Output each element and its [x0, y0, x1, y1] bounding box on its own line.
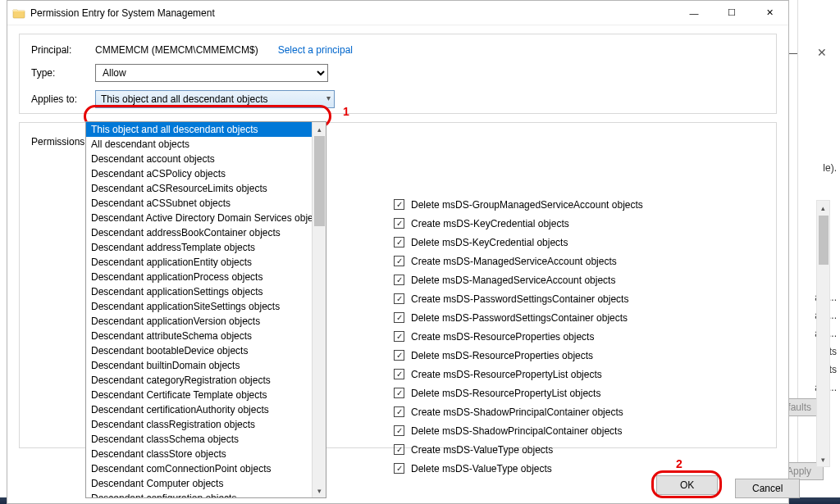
folder-icon: [12, 7, 25, 20]
titlebar: Permission Entry for System Management —…: [7, 1, 788, 25]
permission-item: ✓Delete msDS-ResourcePropertyList object…: [394, 384, 779, 402]
annotation-number-1: 1: [343, 105, 349, 118]
permissions-checkbox-list: ✓Delete msDS-GroupManagedServiceAccount …: [394, 195, 779, 478]
permission-item: ✓Create msDS-PasswordSettingsContainer o…: [394, 289, 779, 308]
maximize-button[interactable]: ☐: [713, 1, 751, 25]
permission-label: Delete msDS-GroupManagedServiceAccount o…: [411, 199, 643, 211]
checkbox[interactable]: ✓: [394, 369, 404, 379]
minimize-button[interactable]: —: [675, 1, 713, 25]
permissions-scrollbar[interactable]: ▴ ▾: [816, 200, 830, 467]
dropdown-option[interactable]: Descendant categoryRegistration objects: [86, 373, 312, 388]
principal-value: CMMEMCM (MEMCM\CMMEMCM$): [95, 44, 258, 56]
checkbox[interactable]: ✓: [394, 237, 404, 247]
dropdown-option[interactable]: Descendant comConnectionPoint objects: [86, 461, 312, 476]
checkbox[interactable]: ✓: [394, 275, 404, 285]
permission-item: ✓Create msDS-ResourcePropertyList object…: [394, 365, 779, 384]
checkbox[interactable]: ✓: [394, 425, 404, 436]
dropdown-option[interactable]: Descendant applicationSettings objects: [86, 284, 312, 299]
permission-label: Delete msDS-ValueType objects: [411, 463, 552, 474]
scroll-thumb[interactable]: [819, 216, 829, 265]
dropdown-option[interactable]: Descendant Certificate Template objects: [86, 388, 312, 402]
permission-label: Create msDS-ResourcePropertyList objects: [411, 369, 602, 380]
checkbox[interactable]: ✓: [394, 463, 404, 474]
dropdown-option[interactable]: Descendant classStore objects: [86, 447, 312, 461]
permission-label: Delete msDS-ManagedServiceAccount object…: [411, 275, 615, 286]
checkbox[interactable]: ✓: [394, 388, 404, 398]
dropdown-option[interactable]: Descendant applicationProcess objects: [86, 270, 312, 284]
checkbox[interactable]: ✓: [394, 350, 404, 361]
permission-label: Delete msDS-KeyCredential objects: [411, 237, 568, 248]
ok-button-wrap: OK: [656, 475, 718, 495]
chevron-down-icon: ▾: [326, 93, 331, 102]
dropdown-option[interactable]: Descendant Computer objects: [86, 476, 312, 491]
window-title: Permission Entry for System Management: [30, 7, 215, 19]
permission-label: Delete msDS-ResourceProperties objects: [411, 350, 593, 361]
checkbox[interactable]: ✓: [394, 293, 404, 304]
window-controls: — ☐ ✕: [675, 1, 788, 25]
dropdown-option[interactable]: Descendant builtinDomain objects: [86, 358, 312, 373]
dropdown-option[interactable]: Descendant applicationEntity objects: [86, 255, 312, 270]
type-label: Type:: [31, 67, 95, 79]
dropdown-option[interactable]: This object and all descendant objects: [86, 122, 312, 137]
dropdown-option[interactable]: Descendant Active Directory Domain Servi…: [86, 211, 312, 225]
checkbox[interactable]: ✓: [394, 256, 404, 266]
dropdown-option[interactable]: Descendant applicationVersion objects: [86, 314, 312, 329]
permission-label: Create msDS-ResourceProperties objects: [411, 331, 594, 343]
permission-label: Create msDS-PasswordSettingsContainer ob…: [411, 293, 628, 305]
permission-item: ✓Create msDS-ValueType objects: [394, 440, 779, 459]
scroll-up-icon[interactable]: ▴: [817, 201, 829, 215]
permissions-label: Permissions:: [31, 136, 88, 148]
scroll-up-icon[interactable]: ▴: [313, 122, 326, 136]
ok-button[interactable]: OK: [656, 475, 718, 495]
applies-to-combobox[interactable]: This object and all descendant objects ▾: [95, 90, 335, 108]
dropdown-option[interactable]: Descendant attributeSchema objects: [86, 329, 312, 343]
principal-label: Principal:: [31, 44, 95, 56]
type-select[interactable]: Allow: [95, 64, 328, 82]
dropdown-option[interactable]: Descendant applicationSiteSettings objec…: [86, 299, 312, 314]
permission-label: Create msDS-KeyCredential objects: [411, 218, 569, 229]
dropdown-scrollbar[interactable]: ▴ ▾: [312, 122, 326, 497]
dropdown-option[interactable]: Descendant configuration objects: [86, 491, 312, 497]
applies-to-dropdown-list[interactable]: This object and all descendant objectsAl…: [85, 121, 326, 498]
dropdown-option[interactable]: Descendant aCSResourceLimits objects: [86, 181, 312, 196]
close-button[interactable]: ✕: [751, 1, 788, 25]
dropdown-option[interactable]: Descendant certificationAuthority object…: [86, 402, 312, 417]
permission-item: ✓Delete msDS-GroupManagedServiceAccount …: [394, 195, 779, 214]
permission-label: Create msDS-ManagedServiceAccount object…: [411, 256, 617, 267]
checkbox[interactable]: ✓: [394, 331, 404, 342]
dropdown-option[interactable]: Descendant classSchema objects: [86, 432, 312, 447]
dropdown-option[interactable]: Descendant aCSPolicy objects: [86, 166, 312, 181]
permission-item: ✓Delete msDS-PasswordSettingsContainer o…: [394, 308, 779, 327]
checkbox[interactable]: ✓: [394, 312, 404, 323]
cancel-button-wrap: Cancel: [735, 479, 800, 498]
dropdown-option[interactable]: Descendant addressTemplate objects: [86, 240, 312, 255]
bg-close-icon: ✕: [817, 46, 827, 59]
scroll-thumb[interactable]: [314, 136, 325, 226]
permission-label: Create msDS-ValueType objects: [411, 444, 553, 456]
permission-item: ✓Create msDS-ShadowPrincipalContainer ob…: [394, 402, 779, 421]
select-principal-link[interactable]: Select a principal: [278, 44, 353, 56]
dropdown-option[interactable]: Descendant account objects: [86, 152, 312, 166]
dropdown-option[interactable]: Descendant addressBookContainer objects: [86, 225, 312, 240]
dropdown-option[interactable]: All descendant objects: [86, 137, 312, 152]
principal-section: Principal: CMMEMCM (MEMCM\CMMEMCM$) Sele…: [19, 34, 777, 114]
permission-item: ✓Create msDS-ResourceProperties objects: [394, 327, 779, 346]
permission-item: ✓Delete msDS-ShadowPrincipalContainer ob…: [394, 421, 779, 440]
dropdown-option[interactable]: Descendant classRegistration objects: [86, 417, 312, 432]
permission-item: ✓Create msDS-ManagedServiceAccount objec…: [394, 252, 779, 270]
permission-item: ✓Delete msDS-KeyCredential objects: [394, 233, 779, 252]
applies-to-value: This object and all descendant objects: [101, 93, 267, 105]
scroll-down-icon[interactable]: ▾: [817, 452, 829, 466]
permission-label: Delete msDS-ResourcePropertyList objects: [411, 388, 600, 399]
checkbox[interactable]: ✓: [394, 406, 404, 417]
permission-item: ✓Delete msDS-ValueType objects: [394, 459, 779, 478]
dropdown-option[interactable]: Descendant aCSSubnet objects: [86, 196, 312, 211]
checkbox[interactable]: ✓: [394, 444, 404, 455]
permission-label: Delete msDS-PasswordSettingsContainer ob…: [411, 312, 628, 324]
dropdown-option[interactable]: Descendant bootableDevice objects: [86, 343, 312, 358]
cancel-button[interactable]: Cancel: [735, 479, 800, 498]
checkbox[interactable]: ✓: [394, 199, 404, 210]
dropdown-items-container: This object and all descendant objectsAl…: [86, 122, 312, 497]
scroll-down-icon[interactable]: ▾: [313, 484, 326, 497]
checkbox[interactable]: ✓: [394, 218, 404, 229]
